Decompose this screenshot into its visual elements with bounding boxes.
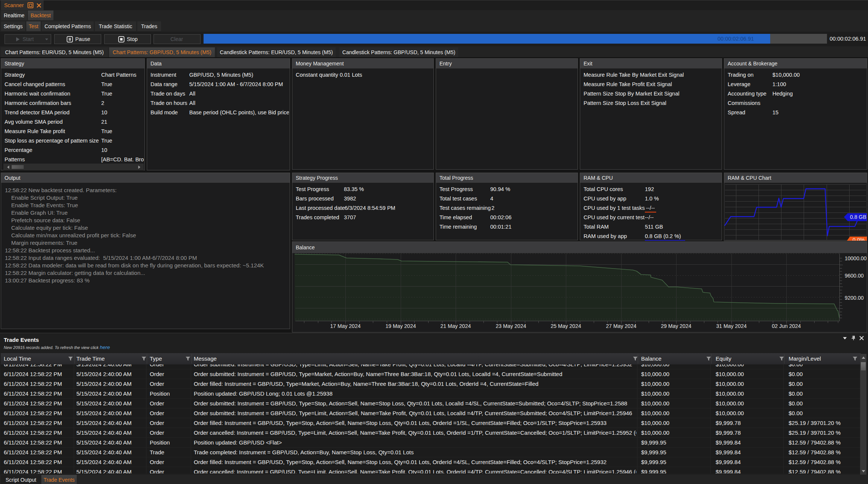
svg-text:9200.00: 9200.00 (845, 295, 864, 301)
svg-text:17 May 2024: 17 May 2024 (330, 323, 361, 329)
svg-text:02 Jun 2024: 02 Jun 2024 (772, 323, 801, 329)
svg-text:21 May 2024: 21 May 2024 (441, 323, 471, 329)
svg-text:19 May 2024: 19 May 2024 (386, 323, 416, 329)
svg-text:10000.00: 10000.00 (845, 255, 867, 261)
svg-text:29 May 2024: 29 May 2024 (661, 323, 692, 329)
svg-text:27 May 2024: 27 May 2024 (606, 323, 637, 329)
svg-text:0.0%: 0.0% (853, 237, 865, 241)
svg-text:9600.00: 9600.00 (845, 273, 864, 279)
svg-text:25 May 2024: 25 May 2024 (551, 323, 581, 329)
svg-text:23 May 2024: 23 May 2024 (496, 323, 526, 329)
svg-text:0.8 GB: 0.8 GB (850, 214, 866, 220)
svg-text:31 May 2024: 31 May 2024 (716, 323, 747, 329)
